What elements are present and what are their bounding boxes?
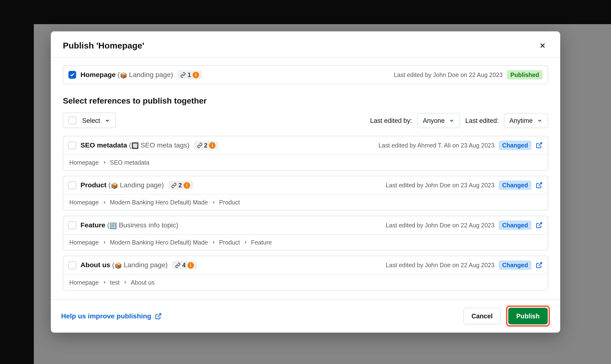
link-count: 2: [178, 182, 182, 189]
chevron-down-icon: [104, 117, 110, 123]
breadcrumb-item[interactable]: SEO metadata: [110, 159, 149, 166]
reference-card: Product (📦 Landing page) 2 i Last edited…: [63, 176, 548, 210]
entry-left: SEO metadata (🔲 SEO meta tags) 2 i: [68, 141, 219, 150]
reference-checkbox[interactable]: [68, 221, 76, 229]
open-entry-link[interactable]: [536, 262, 542, 268]
reference-checkbox[interactable]: [68, 181, 76, 189]
entry-left: Feature (🔢 Business info topic): [68, 221, 178, 229]
reference-card: About us (📦 Landing page) 4 i Last edite…: [63, 256, 548, 290]
entry-name: Feature: [80, 221, 105, 229]
entry-type: (📦 Landing page): [118, 71, 173, 78]
modal-footer: Help us improve publishing Cancel Publis…: [51, 299, 560, 333]
breadcrumb-item[interactable]: Homepage: [69, 159, 99, 166]
info-icon: i: [187, 262, 194, 268]
breadcrumb-item[interactable]: Homepage: [69, 239, 99, 246]
cancel-button[interactable]: Cancel: [463, 308, 501, 325]
breadcrumb-item[interactable]: About us: [131, 279, 155, 286]
type-icon: 📦: [115, 262, 122, 269]
open-entry-link[interactable]: [536, 142, 542, 149]
type-label: Business info topic: [119, 221, 176, 229]
breadcrumb-item[interactable]: Product: [219, 199, 240, 206]
entry-name: Product: [80, 181, 106, 189]
svg-line-3: [539, 263, 542, 266]
publish-modal: Publish 'Homepage' Homepage (📦 Landing p…: [51, 31, 560, 333]
close-button[interactable]: [537, 40, 548, 51]
reference-row: SEO metadata (🔲 SEO meta tags) 2 i Last …: [63, 136, 548, 154]
main-entry-card: Homepage (📦 Landing page) 1 i Last edite…: [63, 65, 548, 84]
last-edited: Last edited by John Doe on 22 Aug 2023: [386, 222, 494, 229]
entry-name: Homepage: [80, 71, 116, 78]
modal-header: Publish 'Homepage': [51, 31, 560, 57]
info-icon: i: [193, 72, 199, 78]
breadcrumb: HomepageModern Banking Hero Default) Mad…: [63, 234, 548, 250]
help-link[interactable]: Help us improve publishing: [61, 312, 161, 320]
info-icon: i: [184, 182, 190, 189]
entry-type: (📦 Landing page): [112, 261, 168, 268]
edited-when-label: Last edited:: [465, 117, 499, 124]
link-count-pill[interactable]: 4 i: [172, 261, 197, 270]
reference-checkbox[interactable]: [68, 142, 76, 149]
breadcrumb-item[interactable]: Feature: [251, 239, 272, 246]
edited-when-dropdown[interactable]: Anytime: [504, 113, 548, 128]
external-link-icon: [155, 312, 161, 319]
breadcrumb-item[interactable]: Homepage: [69, 199, 99, 206]
main-entry-checkbox[interactable]: [68, 71, 76, 79]
main-entry-row: Homepage (📦 Landing page) 1 i Last edite…: [63, 66, 548, 84]
breadcrumb: HomepageModern Banking Hero Default) Mad…: [63, 194, 548, 210]
breadcrumb-item[interactable]: Homepage: [69, 279, 99, 286]
breadcrumb-chevron-icon: [102, 199, 106, 206]
entry-left: About us (📦 Landing page) 4 i: [68, 261, 197, 270]
close-icon: [539, 42, 546, 50]
link-count: 2: [204, 142, 207, 149]
svg-line-2: [539, 222, 542, 226]
status-badge: Changed: [499, 220, 531, 230]
link-count-pill[interactable]: 2 i: [168, 181, 193, 190]
filter-left: Select: [63, 113, 115, 128]
type-icon: 📦: [111, 182, 118, 189]
reference-checkbox[interactable]: [68, 261, 76, 269]
type-label: Landing page: [124, 261, 165, 268]
select-all-dropdown[interactable]: Select: [63, 113, 115, 128]
type-icon: 🔲: [131, 142, 139, 149]
entry-title: Homepage (📦 Landing page): [80, 71, 173, 79]
reference-row: About us (📦 Landing page) 4 i Last edite…: [63, 256, 548, 274]
chevron-down-icon: [449, 117, 454, 123]
breadcrumb-item[interactable]: Product: [219, 239, 240, 246]
breadcrumb-item[interactable]: Modern Banking Hero Default) Made: [110, 239, 208, 246]
breadcrumb: HomepagetestAbout us: [63, 274, 548, 290]
select-all-checkbox[interactable]: [68, 117, 76, 124]
entry-title: Feature (🔢 Business info topic): [80, 221, 178, 229]
check-icon: [70, 72, 75, 77]
entry-name: About us: [80, 261, 110, 268]
entry-right: Last edited by John Doe on 22 Aug 2023 C…: [386, 260, 542, 270]
reference-row: Product (📦 Landing page) 2 i Last edited…: [63, 176, 548, 194]
entry-right: Last edited by Ahmed T. Ali on 23 Aug 20…: [378, 141, 542, 150]
breadcrumb-chevron-icon: [123, 279, 128, 286]
breadcrumb-item[interactable]: Modern Banking Hero Default) Made: [110, 199, 208, 206]
open-entry-link[interactable]: [536, 222, 542, 229]
publish-button[interactable]: Publish: [508, 308, 548, 325]
entry-left: Product (📦 Landing page) 2 i: [68, 181, 193, 190]
entry-title: About us (📦 Landing page): [80, 261, 168, 269]
edited-by-label: Last edited by:: [370, 117, 412, 124]
open-entry-link[interactable]: [536, 182, 542, 189]
entry-right: Last edited by John Doe on 23 Aug 2023 C…: [386, 181, 542, 190]
publish-highlight: Publish: [506, 306, 550, 326]
info-icon: i: [209, 142, 216, 148]
help-link-text: Help us improve publishing: [61, 312, 151, 320]
link-count: 4: [182, 262, 186, 268]
link-count-pill[interactable]: 1 i: [177, 70, 202, 79]
footer-buttons: Cancel Publish: [463, 306, 550, 326]
reference-card: Feature (🔢 Business info topic) Last edi…: [63, 216, 548, 250]
entry-title: Product (📦 Landing page): [80, 181, 164, 189]
breadcrumb-chevron-icon: [211, 239, 216, 246]
edited-by-dropdown[interactable]: Anyone: [417, 113, 460, 128]
link-count-pill[interactable]: 2 i: [194, 141, 219, 150]
entry-left: Homepage (📦 Landing page) 1 i: [68, 70, 202, 79]
status-badge: Changed: [499, 141, 531, 150]
status-badge: Changed: [499, 181, 531, 190]
last-edited: Last edited by John Doe on 23 Aug 2023: [386, 182, 494, 189]
references-section-title: Select references to publish together: [63, 96, 548, 106]
entry-type: (🔲 SEO meta tags): [129, 142, 189, 149]
breadcrumb-item[interactable]: test: [110, 279, 120, 286]
